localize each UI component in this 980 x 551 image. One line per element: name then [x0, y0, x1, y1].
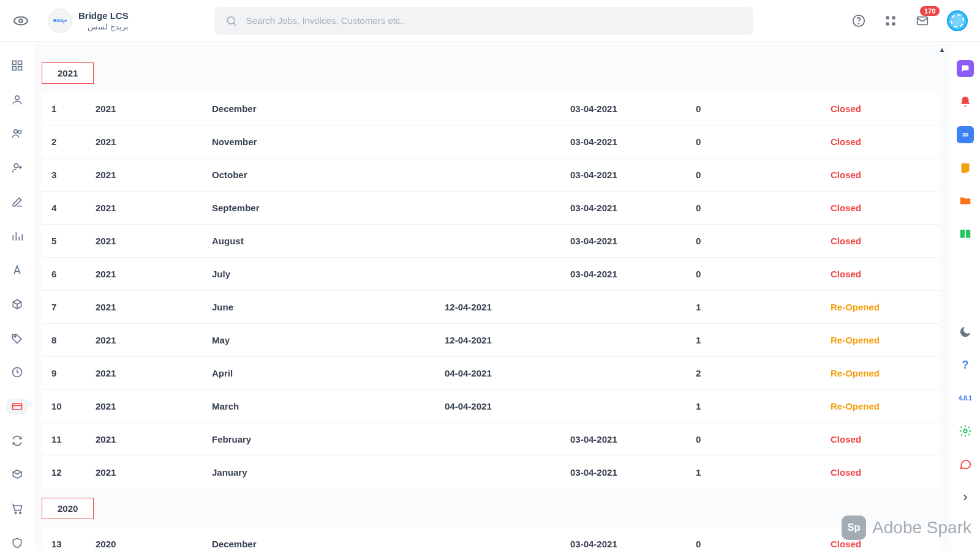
row-close-date: 03-04-2021 [570, 539, 696, 549]
row-count: 2 [696, 368, 831, 378]
row-count: 1 [696, 401, 831, 411]
row-status: Closed [831, 137, 940, 147]
dock-settings-icon[interactable] [957, 422, 974, 440]
table-row[interactable]: 12021December03-04-20210Closed [42, 92, 940, 126]
row-count: 0 [696, 137, 831, 147]
table-row[interactable]: 112021February03-04-20210Closed [42, 423, 940, 456]
table-row[interactable]: 92021April04-04-20212Re-Opened [42, 357, 940, 390]
nav-clock-icon[interactable] [6, 365, 28, 381]
dock-note-icon[interactable] [957, 159, 974, 176]
row-year: 2020 [96, 539, 212, 549]
table-row[interactable]: 82021May12-04-20211Re-Opened [42, 324, 940, 357]
year-group-header[interactable]: 2021 [42, 62, 94, 84]
dock-chat-icon[interactable] [957, 60, 974, 77]
row-close-date: 03-04-2021 [570, 434, 696, 444]
nav-package-icon[interactable] [6, 296, 28, 312]
svg-rect-11 [13, 61, 17, 64]
row-status: Closed [831, 467, 940, 478]
avatar[interactable] [947, 10, 968, 31]
table-row[interactable]: 122021January03-04-20211Closed [42, 456, 940, 489]
row-open-date: 12-04-2021 [445, 335, 570, 345]
row-month: March [212, 401, 445, 411]
row-year: 2021 [96, 236, 212, 246]
svg-point-17 [18, 130, 21, 133]
svg-point-1 [19, 19, 22, 22]
visibility-icon[interactable] [12, 13, 29, 29]
brand-logo: Bridge [48, 9, 72, 33]
search-icon [225, 15, 238, 27]
row-year: 2021 [96, 137, 212, 147]
row-close-date: 03-04-2021 [570, 137, 696, 147]
nav-user-icon[interactable] [6, 92, 28, 108]
row-count: 0 [696, 269, 831, 279]
row-index: 1 [51, 103, 96, 114]
row-year: 2021 [96, 467, 212, 478]
row-year: 2021 [96, 434, 212, 444]
search-bar[interactable] [214, 7, 753, 35]
row-index: 6 [51, 269, 96, 279]
year-group-header[interactable]: 2020 [42, 498, 94, 519]
table-row[interactable]: 22021November03-04-20210Closed [42, 126, 940, 159]
nav-cart-icon[interactable] [6, 501, 28, 517]
svg-point-22 [15, 512, 17, 514]
table-row[interactable]: 32021October03-04-20210Closed [42, 159, 940, 192]
mail-icon[interactable]: 170 [915, 13, 930, 28]
dock-bell-icon[interactable] [957, 93, 974, 110]
row-year: 2021 [96, 269, 212, 279]
row-status: Closed [831, 236, 940, 246]
left-nav [0, 42, 34, 551]
table-row[interactable]: 132020December03-04-20210Closed [42, 528, 940, 551]
nav-shield-icon[interactable] [6, 535, 28, 551]
row-close-date: 03-04-2021 [570, 203, 696, 213]
table-row[interactable]: 72021June12-04-20211Re-Opened [42, 291, 940, 324]
svg-rect-13 [13, 67, 17, 70]
svg-rect-9 [892, 22, 895, 25]
right-dock: 30 ? 4.8.1 › [951, 42, 980, 551]
svg-point-19 [14, 335, 16, 337]
nav-sync-icon[interactable] [6, 433, 28, 449]
row-index: 13 [51, 539, 96, 549]
row-index: 5 [51, 236, 96, 246]
table-row[interactable]: 62021July03-04-20210Closed [42, 258, 940, 291]
table-row[interactable]: 52021August03-04-20210Closed [42, 225, 940, 258]
brand[interactable]: Bridge Bridge LCS بريدج لسس [48, 9, 129, 33]
table-row[interactable]: 42021September03-04-20210Closed [42, 192, 940, 225]
search-input[interactable] [246, 15, 742, 26]
dock-expand-icon[interactable]: › [957, 489, 974, 506]
dock-book-icon[interactable] [957, 225, 974, 242]
row-status: Closed [831, 203, 940, 213]
nav-edit-icon[interactable] [6, 194, 28, 210]
row-close-date: 03-04-2021 [570, 170, 696, 180]
row-month: October [212, 170, 445, 180]
row-status: Closed [831, 269, 940, 279]
row-month: June [212, 302, 445, 312]
svg-point-24 [963, 429, 967, 433]
row-index: 11 [51, 434, 96, 444]
row-month: July [212, 269, 445, 279]
row-month: February [212, 434, 445, 444]
apps-grid-icon[interactable] [883, 13, 898, 28]
help-icon[interactable] [851, 13, 866, 28]
nav-analytics-icon[interactable] [6, 228, 28, 244]
nav-font-icon[interactable] [6, 262, 28, 278]
row-open-date: 04-04-2021 [445, 401, 570, 411]
table-row[interactable]: 102021March04-04-20211Re-Opened [42, 390, 940, 423]
dock-help-icon[interactable]: ? [957, 356, 974, 373]
row-close-date: 03-04-2021 [570, 236, 696, 246]
dock-message-icon[interactable] [957, 455, 974, 473]
dock-folder-icon[interactable] [957, 192, 974, 209]
nav-tag-icon[interactable] [6, 331, 28, 347]
row-status: Closed [831, 434, 940, 444]
nav-card-icon[interactable] [6, 399, 28, 414]
dock-calendar-icon[interactable]: 30 [957, 126, 974, 143]
nav-dashboard-icon[interactable] [6, 58, 28, 73]
row-year: 2021 [96, 302, 212, 312]
brand-sub: بريدج لسس [78, 22, 129, 31]
nav-users-icon[interactable] [6, 126, 28, 141]
nav-cube-icon[interactable] [6, 467, 28, 483]
nav-user-add-icon[interactable] [6, 160, 28, 176]
dock-darkmode-icon[interactable] [957, 323, 974, 340]
row-open-date: 12-04-2021 [445, 302, 570, 312]
row-count: 0 [696, 434, 831, 444]
row-count: 1 [696, 467, 831, 478]
